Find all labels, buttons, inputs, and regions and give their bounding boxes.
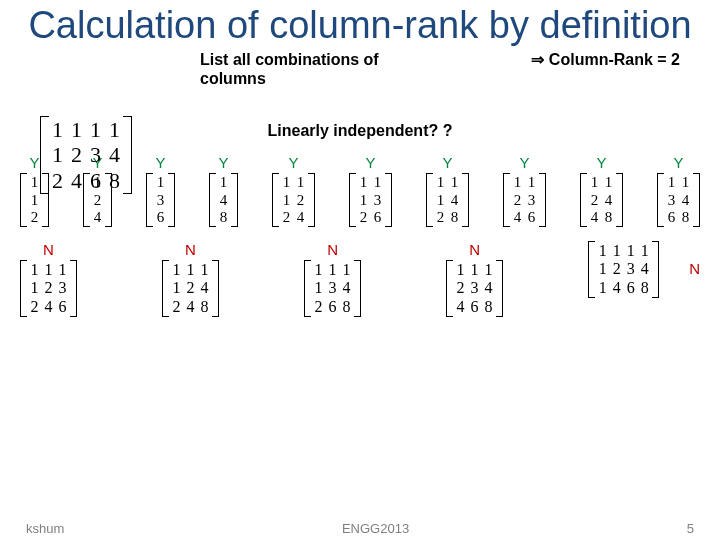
matrix-cell: N111123246 xyxy=(20,241,77,317)
yes-label: Y xyxy=(365,154,375,171)
matrix: 112448 xyxy=(580,173,623,227)
triple-full-column-row: N111123246N111124248N111134268N111234468… xyxy=(20,241,700,317)
matrix: 111326 xyxy=(349,173,392,227)
matrix-cell: 111112341468N xyxy=(588,241,700,298)
matrix-cell: Y112448 xyxy=(580,154,623,227)
matrix-cell: Y111428 xyxy=(426,154,469,227)
matrix-cell: N111124248 xyxy=(162,241,219,317)
matrix-cell: Y112346 xyxy=(503,154,546,227)
matrix-cell: Y111224 xyxy=(272,154,315,227)
matrix: 148 xyxy=(209,173,238,227)
matrix-cell: Y148 xyxy=(209,154,238,227)
matrix-cell: Y111326 xyxy=(349,154,392,227)
no-label: N xyxy=(469,241,480,258)
matrix: 111112341468 xyxy=(588,241,659,298)
matrix: 112346 xyxy=(503,173,546,227)
column-rank-result: ⇒ Column-Rank = 2 xyxy=(531,50,680,69)
matrix-cell: Y113468 xyxy=(657,154,700,227)
no-label: N xyxy=(689,260,700,277)
slide-title: Calculation of column-rank by definition xyxy=(0,6,720,46)
footer-author: kshum xyxy=(26,521,64,536)
footer-course: ENGG2013 xyxy=(342,521,409,536)
matrix-cell: N111134268 xyxy=(304,241,361,317)
matrix: 113468 xyxy=(657,173,700,227)
matrix: 111134268 xyxy=(304,260,361,317)
main-matrix: 111112342468 xyxy=(40,116,132,194)
matrix: 111123246 xyxy=(20,260,77,317)
matrix: 111234468 xyxy=(446,260,503,317)
yes-label: Y xyxy=(596,154,606,171)
matrix-cell: N111234468 xyxy=(446,241,503,317)
matrix: 111428 xyxy=(426,173,469,227)
no-label: N xyxy=(43,241,54,258)
matrix: 136 xyxy=(146,173,175,227)
no-label: N xyxy=(185,241,196,258)
subtitle-list-combinations: List all combinations of columns xyxy=(200,50,400,88)
yes-label: Y xyxy=(442,154,452,171)
no-label: N xyxy=(327,241,338,258)
yes-label: Y xyxy=(155,154,165,171)
column-rank-text: Column-Rank = 2 xyxy=(549,51,680,68)
yes-label: Y xyxy=(29,154,39,171)
matrix: 111124248 xyxy=(162,260,219,317)
footer-page-number: 5 xyxy=(687,521,694,536)
yes-label: Y xyxy=(218,154,228,171)
yes-label: Y xyxy=(673,154,683,171)
implies-arrow: ⇒ xyxy=(531,51,544,68)
matrix: 111224 xyxy=(272,173,315,227)
yes-label: Y xyxy=(519,154,529,171)
yes-label: Y xyxy=(288,154,298,171)
matrix-cell: Y136 xyxy=(146,154,175,227)
